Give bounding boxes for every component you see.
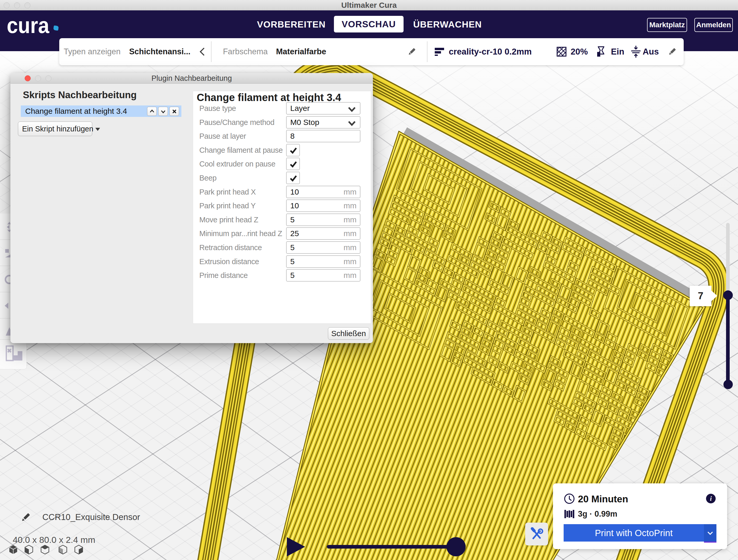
macos-titlebar: Ultimaker Cura: [0, 0, 738, 10]
selected-script-row[interactable]: Change filament at height 3.4: [21, 105, 181, 117]
add-script-button[interactable]: Ein Skript hinzufügen: [18, 121, 92, 136]
scripts-heading: Skripts Nachbearbeitung: [23, 90, 137, 100]
checkmark-icon: [289, 174, 298, 182]
field-label: Park print head Y: [199, 201, 256, 210]
field-value: 10: [290, 187, 299, 196]
move-script-down-button[interactable]: [158, 107, 168, 116]
object-dimensions: 40.0 x 80.0 x 2.4 mm: [13, 535, 95, 545]
printer-profile-value[interactable]: creality-cr-10 0.2mm: [449, 47, 532, 57]
field-value: 10: [290, 201, 299, 210]
wrench-screwdriver-icon: [530, 527, 543, 541]
form-row: Move print head Z5mm: [193, 213, 371, 226]
field-input[interactable]: 5mm: [286, 255, 360, 268]
tab-vorbereiten[interactable]: VORBEREITEN: [265, 12, 317, 36]
field-input[interactable]: 5mm: [286, 213, 360, 226]
form-row: Minimum par...rint head Z25mm: [193, 227, 371, 240]
view-right-icon[interactable]: [75, 545, 83, 554]
adjust-tools-button[interactable]: [525, 523, 548, 545]
view-left-icon[interactable]: [59, 545, 67, 554]
collapse-chevron-icon[interactable]: [200, 48, 208, 56]
tool-scale-button[interactable]: [0, 240, 11, 266]
field-label: Extrusion distance: [199, 257, 259, 266]
field-value: 8: [290, 132, 295, 140]
field-checkbox[interactable]: [286, 158, 300, 170]
path-slider-handle[interactable]: [446, 537, 466, 556]
chevron-down-icon: [348, 121, 356, 126]
view-type-value[interactable]: Schichtenansi...: [129, 47, 191, 56]
print-time-estimate: 20 Minuten: [578, 494, 628, 505]
edit-colorscheme-pencil-icon[interactable]: [407, 47, 416, 56]
field-input[interactable]: 5mm: [286, 241, 360, 254]
field-input[interactable]: 10mm: [286, 199, 360, 212]
field-unit: mm: [344, 215, 357, 224]
field-value: 5: [290, 243, 295, 252]
tool-mirror-button[interactable]: [0, 292, 11, 319]
rename-object-pencil-icon[interactable]: [20, 512, 31, 523]
print-with-octoprint-button[interactable]: Print with OctoPrint: [564, 524, 704, 542]
layer-slider-range[interactable]: [726, 295, 730, 385]
print-summary-panel: 20 Minuten 3g · 0.99m Print with OctoPri…: [553, 483, 727, 549]
layer-slider-bottom-handle[interactable]: [723, 380, 733, 389]
form-row: Pause/Change methodM0 Stop: [193, 116, 371, 128]
layer-slider-handle[interactable]: [723, 291, 733, 300]
field-label: Cool extruder on pause: [199, 160, 276, 168]
tool-move-button[interactable]: [0, 213, 11, 240]
field-input[interactable]: 10mm: [286, 186, 360, 198]
move-script-up-button[interactable]: [147, 107, 157, 116]
form-row: Extrusion distance5mm: [193, 255, 371, 268]
form-row: Beep: [193, 172, 371, 184]
object-name[interactable]: CCR10_Exquisite Densor: [42, 512, 140, 522]
adhesion-value[interactable]: Aus: [643, 47, 659, 57]
field-checkbox[interactable]: [286, 172, 300, 184]
color-scheme-value[interactable]: Materialfarbe: [276, 47, 326, 56]
adhesion-icon: [631, 46, 641, 58]
field-select[interactable]: M0 Stop: [286, 116, 360, 128]
infill-value[interactable]: 20%: [571, 47, 588, 57]
field-label: Minimum par...rint head Z: [199, 229, 282, 238]
dropdown-arrow-icon: [95, 128, 100, 131]
field-label: Beep: [199, 174, 217, 182]
play-button[interactable]: [287, 537, 305, 556]
dialog-titlebar[interactable]: Plugin Nachbearbeitung: [10, 73, 373, 84]
field-input[interactable]: 25mm: [286, 227, 360, 240]
infill-icon: [557, 47, 567, 57]
tab-vorschau[interactable]: VORSCHAU: [334, 16, 404, 32]
field-label: Pause type: [199, 104, 236, 113]
close-dialog-button[interactable]: Schließen: [328, 327, 369, 340]
view-top-icon[interactable]: [41, 545, 49, 554]
print-button-dropdown[interactable]: [704, 524, 716, 542]
form-row: Park print head X10mm: [193, 186, 371, 198]
material-estimate: 3g · 0.99m: [578, 509, 618, 519]
path-slider-track[interactable]: [327, 545, 456, 549]
form-row: Park print head Y10mm: [193, 199, 371, 212]
layer-slider-track[interactable]: [726, 223, 730, 295]
view-front-icon[interactable]: [25, 545, 33, 554]
tool-support-blocker-button[interactable]: [0, 340, 27, 369]
field-label: Park print head X: [199, 187, 256, 196]
selected-script-label: Change filament at height 3.4: [25, 107, 127, 116]
script-settings-panel: Change filament at height 3.4 Pause type…: [193, 91, 371, 324]
signin-button[interactable]: Anmelden: [694, 18, 733, 32]
field-checkbox[interactable]: [286, 144, 300, 156]
tab-ueberwachen[interactable]: ÜBERWACHEN: [421, 12, 473, 36]
field-unit: mm: [344, 257, 357, 266]
field-input[interactable]: 5mm: [286, 269, 360, 282]
form-row: Retraction distance5mm: [193, 241, 371, 254]
add-script-label: Ein Skript hinzufügen: [22, 125, 93, 133]
field-unit: mm: [344, 201, 357, 210]
field-unit: mm: [344, 271, 357, 280]
field-input[interactable]: 8: [286, 130, 360, 142]
field-select[interactable]: Layer: [286, 102, 360, 114]
tool-rotate-button[interactable]: [0, 266, 11, 292]
view-3d-icon[interactable]: [9, 545, 17, 554]
support-value[interactable]: Ein: [611, 47, 624, 57]
clock-icon: [564, 493, 575, 504]
cura-logo: cura: [7, 14, 49, 36]
info-icon[interactable]: i: [706, 494, 716, 503]
edit-print-settings-pencil-icon[interactable]: [667, 47, 677, 56]
support-icon: [596, 46, 607, 57]
field-value: 5: [290, 257, 295, 266]
field-label: Change filament at pause: [199, 146, 283, 154]
remove-script-button[interactable]: [169, 107, 179, 116]
marketplace-button[interactable]: Marktplatz: [647, 18, 687, 32]
